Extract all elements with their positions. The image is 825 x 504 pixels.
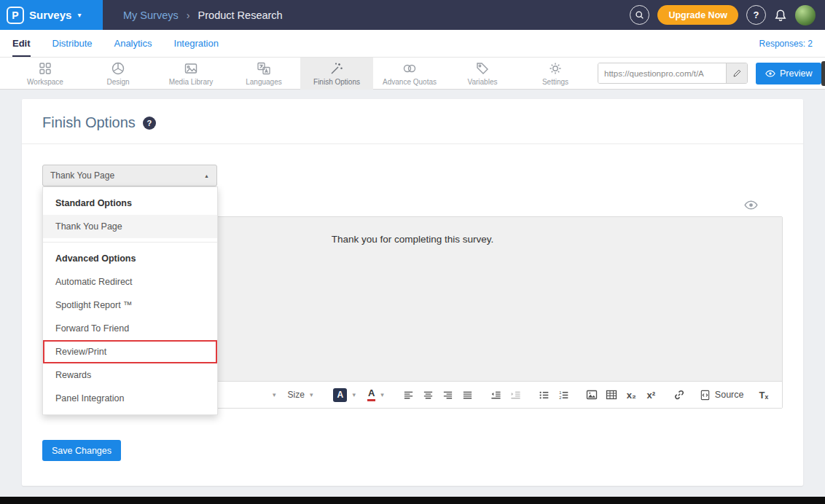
main-content: Finish Options ? Thank You Page ▲ Standa… xyxy=(0,90,825,486)
toolbar-item-label: Design xyxy=(106,78,129,86)
increase-indent-icon xyxy=(510,390,521,401)
align-center-icon xyxy=(423,390,434,401)
responses-count[interactable]: Responses: 2 xyxy=(759,39,813,49)
save-changes-button[interactable]: Save Changes xyxy=(42,440,121,461)
align-left-button[interactable] xyxy=(400,386,417,404)
menu-item-thank-you-page[interactable]: Thank You Page xyxy=(43,215,217,238)
menu-item-review-print[interactable]: Review/Print xyxy=(43,340,217,363)
toolbar-item-design[interactable]: Design xyxy=(82,58,155,90)
finish-options-card: Finish Options ? Thank You Page ▲ Standa… xyxy=(22,99,803,486)
remove-format-button[interactable]: Tₓ xyxy=(755,386,772,404)
preview-thank-you-eye-icon[interactable] xyxy=(744,198,758,212)
chevron-down-icon: ▾ xyxy=(380,391,384,398)
card-body: Thank You Page ▲ Standard Options Thank … xyxy=(22,144,803,461)
subscript-icon: x₂ xyxy=(627,390,636,401)
subscript-button[interactable]: x₂ xyxy=(623,386,640,404)
link-icon xyxy=(673,389,685,401)
remove-format-icon: Tₓ xyxy=(759,390,769,401)
menu-divider xyxy=(43,242,217,243)
tab-distribute[interactable]: Distribute xyxy=(52,30,93,57)
page-title: Finish Options xyxy=(42,114,136,131)
toolbar-item-variables[interactable]: Variables xyxy=(446,58,519,90)
finish-type-menu: Standard Options Thank You Page Advanced… xyxy=(42,186,218,415)
page-help-icon[interactable]: ? xyxy=(143,117,156,130)
breadcrumb: My Surveys › Product Research xyxy=(123,9,283,21)
insert-image-button[interactable] xyxy=(584,386,601,404)
toolbar-item-label: Workspace xyxy=(27,78,63,86)
toolbar-item-label: Languages xyxy=(246,78,282,86)
toolbar-item-label: Settings xyxy=(542,78,568,86)
svg-text:1: 1 xyxy=(559,390,561,394)
decrease-indent-button[interactable] xyxy=(488,386,504,404)
superscript-button[interactable]: x² xyxy=(643,386,660,404)
questionpro-logo: P xyxy=(7,7,24,24)
media-library-icon xyxy=(184,61,198,76)
source-icon xyxy=(700,390,711,401)
breadcrumb-my-surveys[interactable]: My Surveys xyxy=(123,9,179,21)
menu-item-automatic-redirect[interactable]: Automatic Redirect xyxy=(43,270,217,294)
finish-type-select[interactable]: Thank You Page ▲ xyxy=(42,165,217,186)
tab-integration[interactable]: Integration xyxy=(174,30,219,57)
tab-edit[interactable]: Edit xyxy=(12,30,31,57)
survey-url-input[interactable] xyxy=(598,63,726,83)
toolbar-item-advance-quotas[interactable]: Advance Quotas xyxy=(373,58,446,90)
link-button[interactable] xyxy=(671,386,688,404)
align-right-icon xyxy=(442,390,453,401)
preview-button-label: Preview xyxy=(780,68,812,79)
edit-url-button[interactable] xyxy=(726,63,747,83)
surveys-menu-label: Surveys xyxy=(29,9,71,21)
menu-item-panel-integration[interactable]: Panel Integration xyxy=(43,387,217,410)
search-button[interactable] xyxy=(630,5,649,25)
source-button[interactable]: Source xyxy=(700,390,744,401)
breadcrumb-separator-icon: › xyxy=(187,9,190,21)
toolbar-item-media-library[interactable]: Media Library xyxy=(155,58,227,90)
toolbar-item-label: Variables xyxy=(468,78,498,86)
numbered-list-button[interactable]: 12 xyxy=(555,386,572,404)
text-color-button[interactable]: A ▾ xyxy=(363,388,388,401)
image-icon xyxy=(586,389,598,401)
chevron-down-icon: ▾ xyxy=(273,391,276,398)
help-button[interactable]: ? xyxy=(746,5,766,25)
align-left-icon xyxy=(403,390,414,401)
svg-text:2: 2 xyxy=(559,395,561,400)
gear-icon xyxy=(548,61,563,76)
insert-table-button[interactable] xyxy=(603,386,620,404)
toolbar-item-label: Finish Options xyxy=(313,78,360,86)
eye-icon xyxy=(765,68,775,79)
avatar[interactable] xyxy=(795,5,816,25)
text-color-icon: A xyxy=(367,388,375,401)
bullet-list-button[interactable] xyxy=(536,386,552,404)
upgrade-button[interactable]: Upgrade Now xyxy=(657,5,738,25)
toolbar-item-finish-options[interactable]: Finish Options xyxy=(300,58,373,90)
toolbar-item-label: Media Library xyxy=(169,78,214,86)
toolbar-item-languages[interactable]: Languages xyxy=(227,58,300,90)
align-right-button[interactable] xyxy=(439,386,456,404)
size-dropdown[interactable]: Size ▾ xyxy=(284,390,318,400)
toolbar-item-label: Advance Quotas xyxy=(383,78,437,86)
preview-button[interactable]: Preview xyxy=(756,63,821,84)
bullet-list-icon xyxy=(539,390,550,401)
menu-item-rewards[interactable]: Rewards xyxy=(43,363,217,387)
notifications-button[interactable] xyxy=(774,9,787,22)
menu-item-spotlight-report[interactable]: Spotlight Report ™ xyxy=(43,294,217,317)
menu-group-standard-options: Standard Options xyxy=(43,190,217,215)
pencil-icon xyxy=(732,68,742,78)
surveys-menu[interactable]: P Surveys ▾ xyxy=(0,0,103,30)
background-color-button[interactable]: A ▾ xyxy=(329,388,360,402)
edge-widget xyxy=(821,61,825,86)
font-dropdown[interactable]: ▾ xyxy=(222,391,281,398)
design-icon xyxy=(111,61,125,76)
menu-item-forward-to-friend[interactable]: Forward To Friend xyxy=(43,317,217,340)
search-icon xyxy=(635,10,644,20)
superscript-icon: x² xyxy=(647,390,656,401)
finish-type-selected-label: Thank You Page xyxy=(50,170,114,181)
logo-letter: P xyxy=(12,9,18,21)
toolbar-item-settings[interactable]: Settings xyxy=(519,58,592,90)
question-icon: ? xyxy=(754,9,759,20)
align-center-button[interactable] xyxy=(420,386,437,404)
linked-rings-icon xyxy=(402,61,417,76)
increase-indent-button[interactable] xyxy=(507,386,524,404)
toolbar-item-workspace[interactable]: Workspace xyxy=(9,58,82,90)
tab-analytics[interactable]: Analytics xyxy=(114,30,152,57)
align-justify-button[interactable] xyxy=(459,386,476,404)
